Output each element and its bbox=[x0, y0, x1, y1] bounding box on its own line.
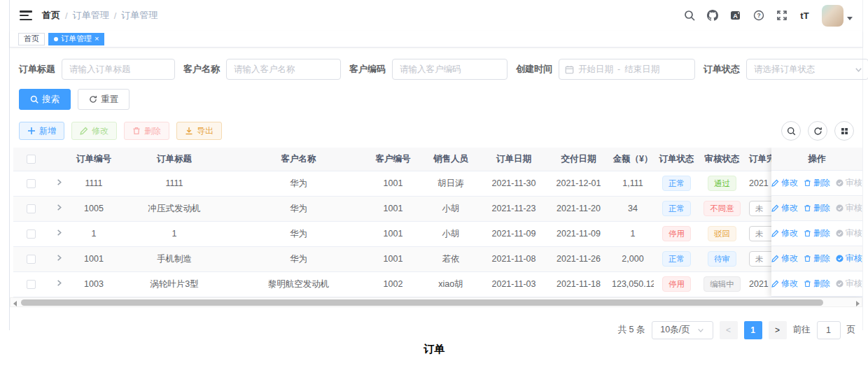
breadcrumb-current: 订单管理 bbox=[121, 9, 158, 22]
ops-rows: 修改删除审核修改删除审核修改删除审核修改删除审核修改删除审核 bbox=[771, 171, 862, 297]
pagination: 共 5 条 10条/页 < 1 > 前往 页 bbox=[10, 307, 862, 339]
order-status-badge: 正常 bbox=[662, 251, 691, 267]
cell-deliver-date: 2021-11-09 bbox=[545, 221, 612, 246]
row-checkbox[interactable] bbox=[27, 255, 36, 264]
cell-expand bbox=[48, 196, 69, 221]
edit-link[interactable]: 修改 bbox=[771, 253, 798, 264]
order-table: 订单编号订单标题客户名称客户编号销售人员订单日期交付日期金额（¥）订单状态审核状… bbox=[13, 148, 862, 297]
show-search-toggle-button[interactable] bbox=[781, 121, 801, 141]
cell-order-no: 1111 bbox=[69, 171, 118, 196]
expand-row-icon[interactable] bbox=[55, 204, 63, 211]
add-button[interactable]: 新增 bbox=[19, 122, 64, 140]
hamburger-icon[interactable] bbox=[20, 10, 32, 20]
end-date-placeholder[interactable]: 结束日期 bbox=[624, 64, 659, 76]
ops-row: 修改删除审核 bbox=[771, 271, 862, 297]
prev-page-button[interactable]: < bbox=[720, 321, 738, 339]
calendar-icon bbox=[565, 65, 574, 74]
table-row: 1001手机制造华为1001若依2021-11-082021-11-262,00… bbox=[13, 246, 862, 271]
next-page-button[interactable]: > bbox=[769, 321, 787, 339]
delete-link[interactable]: 删除 bbox=[804, 202, 830, 214]
row-checkbox[interactable] bbox=[27, 179, 36, 188]
delete-button[interactable]: 删除 bbox=[124, 122, 169, 140]
question-icon[interactable]: ? bbox=[752, 10, 764, 22]
scrollbar-thumb[interactable] bbox=[21, 299, 823, 306]
delete-link[interactable]: 删除 bbox=[804, 278, 830, 290]
column-settings-button[interactable] bbox=[834, 121, 854, 141]
cell-order-title: 1111 bbox=[118, 171, 230, 196]
language-icon[interactable]: A bbox=[729, 10, 741, 22]
column-header: 销售人员 bbox=[419, 148, 482, 171]
page-1-button[interactable]: 1 bbox=[744, 321, 762, 339]
customer-code-input[interactable] bbox=[392, 59, 507, 80]
search-button[interactable]: 搜索 bbox=[19, 89, 71, 110]
breadcrumb-home[interactable]: 首页 bbox=[42, 9, 60, 22]
chevron-down-icon bbox=[697, 327, 704, 334]
fixed-ops-column: 操作 修改删除审核修改删除审核修改删除审核修改删除审核修改删除审核 bbox=[771, 148, 862, 297]
start-date-placeholder[interactable]: 开始日期 bbox=[578, 64, 613, 76]
row-checkbox[interactable] bbox=[27, 204, 36, 213]
row-checkbox[interactable] bbox=[27, 280, 36, 289]
breadcrumb-order-mgmt[interactable]: 订单管理 bbox=[73, 9, 109, 22]
search-form: 订单标题 客户名称 客户编码 创建时间 开始日期 - 结束日期 订单状态 请选择… bbox=[10, 48, 862, 80]
tag-order-mgmt[interactable]: 订单管理 × bbox=[48, 33, 104, 45]
goto-label: 前往 bbox=[793, 324, 811, 336]
page-size-select[interactable]: 10条/页 bbox=[652, 321, 713, 339]
cell-audit-status: 驳回 bbox=[699, 221, 745, 246]
order-status-select[interactable]: 请选择订单状态 bbox=[746, 59, 868, 80]
row-checkbox[interactable] bbox=[27, 229, 36, 239]
close-icon[interactable]: × bbox=[94, 35, 99, 43]
scroll-left-arrow[interactable] bbox=[13, 301, 17, 306]
cell-order-no: 1 bbox=[69, 221, 118, 246]
expand-row-icon[interactable] bbox=[55, 178, 63, 186]
expand-row-icon[interactable] bbox=[55, 279, 63, 287]
range-separator: - bbox=[617, 64, 620, 74]
edit-link[interactable]: 修改 bbox=[771, 177, 798, 189]
cell-order-status: 停用 bbox=[654, 221, 699, 246]
audit-link[interactable]: 审核 bbox=[836, 253, 862, 264]
date-range-picker[interactable]: 开始日期 - 结束日期 bbox=[559, 59, 695, 80]
table-row: 11111111华为1001胡日涛2021-11-302021-12-011,1… bbox=[13, 171, 862, 196]
search-icon bbox=[787, 127, 796, 136]
order-title-input[interactable] bbox=[62, 59, 175, 80]
export-button[interactable]: 导出 bbox=[176, 122, 222, 140]
cell-customer-name: 华为 bbox=[230, 221, 367, 246]
github-icon[interactable] bbox=[706, 10, 718, 22]
cell-customer-name: 华为 bbox=[230, 196, 367, 221]
delete-link[interactable]: 删除 bbox=[804, 253, 830, 264]
search-icon[interactable] bbox=[683, 10, 695, 22]
scroll-right-arrow[interactable] bbox=[856, 301, 860, 306]
cell-customer-no: 1001 bbox=[367, 221, 419, 246]
audit-status-badge: 驳回 bbox=[708, 226, 736, 241]
cell-amount: 2,000 bbox=[612, 246, 654, 271]
cell-customer-no: 1001 bbox=[367, 246, 419, 271]
cell-customer-no: 1001 bbox=[367, 171, 419, 196]
fullscreen-icon[interactable] bbox=[776, 10, 788, 22]
select-all-checkbox[interactable] bbox=[27, 155, 36, 164]
cell-select bbox=[13, 196, 48, 221]
edit-link[interactable]: 修改 bbox=[771, 202, 798, 214]
expand-row-icon[interactable] bbox=[55, 254, 63, 262]
tag-home[interactable]: 首页 bbox=[18, 33, 45, 45]
table-header-row: 订单编号订单标题客户名称客户编号销售人员订单日期交付日期金额（¥）订单状态审核状… bbox=[13, 148, 862, 171]
cell-order-title: 涡轮叶片3型 bbox=[118, 271, 230, 297]
font-size-icon[interactable]: tT bbox=[799, 10, 811, 22]
cell-order-title: 冲压式发动机 bbox=[118, 196, 230, 221]
delete-link[interactable]: 删除 bbox=[804, 227, 830, 239]
user-menu[interactable] bbox=[822, 5, 853, 27]
edit-button[interactable]: 修改 bbox=[71, 122, 117, 140]
refresh-table-button[interactable] bbox=[808, 121, 827, 141]
horizontal-scrollbar[interactable] bbox=[10, 297, 862, 307]
delete-link[interactable]: 删除 bbox=[804, 177, 830, 189]
cell-deliver-date: 2021-11-18 bbox=[545, 271, 612, 297]
customer-name-input[interactable] bbox=[226, 59, 341, 80]
edit-link[interactable]: 修改 bbox=[771, 278, 798, 290]
cell-order-no: 1001 bbox=[69, 246, 118, 271]
expand-row-icon[interactable] bbox=[55, 229, 63, 236]
edit-link[interactable]: 修改 bbox=[771, 227, 798, 239]
breadcrumb: 首页 / 订单管理 / 订单管理 bbox=[42, 9, 158, 22]
goto-page-input[interactable] bbox=[817, 321, 841, 339]
order-status-badge: 正常 bbox=[662, 201, 691, 216]
reset-button[interactable]: 重置 bbox=[78, 89, 130, 110]
table-row: 1005冲压式发动机华为1001小胡2021-11-232021-11-2034… bbox=[13, 196, 862, 221]
avatar[interactable] bbox=[822, 5, 844, 27]
